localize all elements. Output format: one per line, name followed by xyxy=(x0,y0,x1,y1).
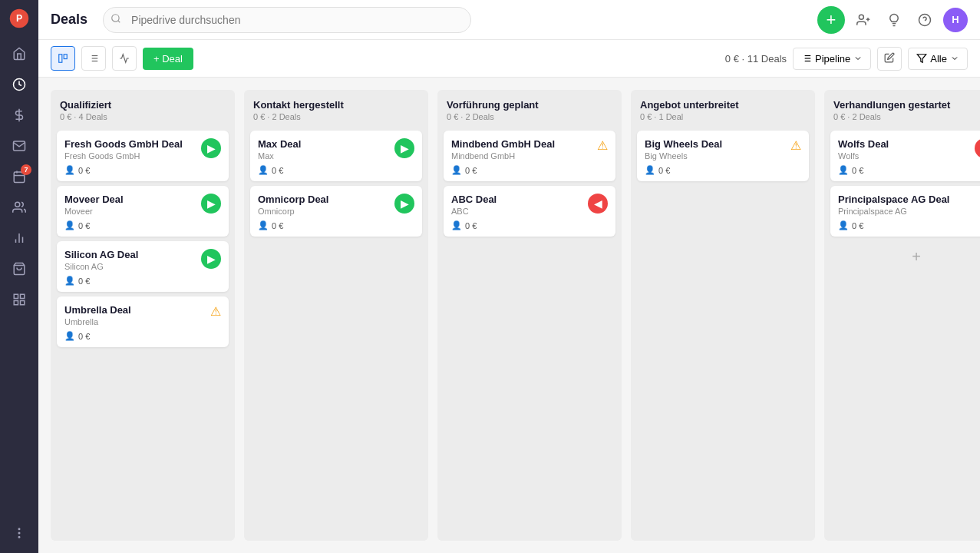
toolbar-right: 0 € · 11 Deals Pipeline Alle xyxy=(725,47,968,71)
user-avatar[interactable]: H xyxy=(943,8,968,32)
card-company: Big Wheels xyxy=(645,151,722,161)
deal-card[interactable]: Wolfs Deal Wolfs ◀ 👤 0 € xyxy=(830,131,980,181)
card-indicator-green[interactable]: ▶ xyxy=(201,249,221,269)
toolbar: + Deal 0 € · 11 Deals Pipeline Alle xyxy=(38,40,980,78)
column-cards: Wolfs Deal Wolfs ◀ 👤 0 € Principalspace … xyxy=(824,127,980,243)
warning-icon: ⚠ xyxy=(597,138,608,153)
warning-icon: ⚠ xyxy=(790,138,801,153)
deal-card[interactable]: Mindbend GmbH Deal Mindbend GmbH ⚠ 👤 0 € xyxy=(444,131,615,181)
card-indicator-green[interactable]: ▶ xyxy=(394,194,414,214)
column-qualifiziert: Qualifiziert 0 € · 4 Deals Fresh Goods G… xyxy=(51,90,235,541)
svg-text:P: P xyxy=(16,13,22,24)
deal-card[interactable]: Fresh Goods GmbH Deal Fresh Goods GmbH ▶… xyxy=(57,131,229,181)
column-cards: Big Wheels Deal Big Wheels ⚠ 👤 0 € xyxy=(631,127,815,187)
sidebar-item-contacts[interactable] xyxy=(5,194,33,221)
svg-point-17 xyxy=(18,528,20,530)
column-title: Vorführung geplant xyxy=(447,99,612,111)
sidebar-item-activity[interactable] xyxy=(5,71,33,98)
sidebar-item-home[interactable] xyxy=(5,40,33,68)
person-icon: 👤 xyxy=(258,165,269,175)
forecast-view-button[interactable] xyxy=(112,46,137,71)
sidebar-item-mail[interactable] xyxy=(5,132,33,160)
column-cards: Fresh Goods GmbH Deal Fresh Goods GmbH ▶… xyxy=(51,127,235,353)
card-company: Wolfs xyxy=(838,151,889,161)
pipeline-button[interactable]: Pipeline xyxy=(793,48,871,70)
sidebar-item-marketplace[interactable] xyxy=(5,286,33,313)
search-input[interactable] xyxy=(103,7,471,33)
edit-pipeline-button[interactable] xyxy=(877,47,902,71)
warning-icon: ⚠ xyxy=(210,304,221,319)
svg-point-18 xyxy=(18,532,20,534)
global-add-button[interactable]: + xyxy=(817,6,845,34)
bulb-button[interactable] xyxy=(882,8,906,32)
deals-summary: 0 € · 11 Deals xyxy=(725,53,787,65)
column-title: Angebot unterbreitet xyxy=(640,99,806,111)
sidebar-item-calendar[interactable]: 7 xyxy=(5,163,33,190)
sidebar-item-deals[interactable] xyxy=(5,101,33,129)
card-amount: 0 € xyxy=(78,166,90,175)
help-button[interactable] xyxy=(912,8,937,32)
deal-card[interactable]: Principalspace AG Deal Principalspace AG… xyxy=(830,186,980,237)
card-amount: 0 € xyxy=(465,221,477,230)
card-amount: 0 € xyxy=(78,221,90,230)
column-cards: Mindbend GmbH Deal Mindbend GmbH ⚠ 👤 0 €… xyxy=(437,127,622,243)
svg-marker-41 xyxy=(917,55,926,63)
deal-card[interactable]: Silicon AG Deal Silicon AG ▶ 👤 0 € xyxy=(57,241,229,292)
column-header: Kontakt hergestellt 0 € · 2 Deals xyxy=(244,90,428,127)
svg-rect-15 xyxy=(21,301,25,305)
person-icon: 👤 xyxy=(838,165,849,175)
column-meta: 0 € · 2 Deals xyxy=(253,112,419,121)
topbar-actions: + H xyxy=(817,6,968,34)
card-amount: 0 € xyxy=(852,166,863,175)
svg-rect-16 xyxy=(14,301,18,305)
list-view-button[interactable] xyxy=(81,46,106,71)
card-amount: 0 € xyxy=(272,221,283,230)
card-title: Mindbend GmbH Deal xyxy=(451,138,555,150)
svg-point-22 xyxy=(859,15,863,19)
sidebar-item-products[interactable] xyxy=(5,255,33,283)
page-title: Deals xyxy=(51,12,87,28)
card-company: Moveer xyxy=(64,207,124,216)
deal-card[interactable]: Max Deal Max ▶ 👤 0 € xyxy=(250,131,422,181)
sidebar: P 7 xyxy=(0,0,38,553)
card-indicator-green[interactable]: ▶ xyxy=(394,138,414,158)
column-meta: 0 € · 2 Deals xyxy=(833,112,980,121)
column-header: Qualifiziert 0 € · 4 Deals xyxy=(51,90,235,127)
card-amount: 0 € xyxy=(658,166,670,175)
card-amount: 0 € xyxy=(272,166,283,175)
add-user-button[interactable] xyxy=(851,8,876,32)
deal-card[interactable]: Omnicorp Deal Omnicorp ▶ 👤 0 € xyxy=(250,186,422,237)
column-meta: 0 € · 1 Deal xyxy=(640,112,806,121)
search-bar xyxy=(103,7,471,33)
search-icon xyxy=(111,13,121,27)
person-icon: 👤 xyxy=(64,220,75,230)
card-indicator-red[interactable]: ◀ xyxy=(975,138,980,158)
card-title: Moveer Deal xyxy=(64,194,124,205)
deal-card[interactable]: ABC Deal ABC ◀ 👤 0 € xyxy=(444,186,615,237)
deal-card[interactable]: Big Wheels Deal Big Wheels ⚠ 👤 0 € xyxy=(637,131,809,181)
card-indicator-green[interactable]: ▶ xyxy=(201,194,221,214)
column-cards: Max Deal Max ▶ 👤 0 € Omnicorp Deal Omnic… xyxy=(244,127,428,243)
card-indicator-green[interactable]: ▶ xyxy=(201,138,221,158)
sidebar-item-more[interactable] xyxy=(5,519,33,547)
card-title: Fresh Goods GmbH Deal xyxy=(64,138,183,150)
svg-point-8 xyxy=(15,202,20,207)
app-logo: P xyxy=(7,6,31,31)
card-title: Max Deal xyxy=(258,138,301,150)
person-icon: 👤 xyxy=(258,220,269,230)
person-icon: 👤 xyxy=(838,220,849,230)
deal-card[interactable]: Moveer Deal Moveer ▶ 👤 0 € xyxy=(57,186,229,237)
calendar-badge: 7 xyxy=(21,164,31,175)
card-indicator-red[interactable]: ◀ xyxy=(588,194,608,214)
column-angebot: Angebot unterbreitet 0 € · 1 Deal Big Wh… xyxy=(631,90,815,541)
sidebar-item-reports[interactable] xyxy=(5,224,33,252)
kanban-view-button[interactable] xyxy=(51,46,75,71)
deal-card[interactable]: Umbrella Deal Umbrella ⚠ 👤 0 € xyxy=(57,296,229,347)
filter-button[interactable]: Alle xyxy=(908,48,968,70)
add-card-button[interactable]: + xyxy=(906,246,927,267)
column-meta: 0 € · 2 Deals xyxy=(447,112,612,121)
add-deal-button[interactable]: + Deal xyxy=(143,48,193,70)
person-icon: 👤 xyxy=(64,165,75,175)
column-header: Angebot unterbreitet 0 € · 1 Deal xyxy=(631,90,815,127)
column-vorfuehrung: Vorführung geplant 0 € · 2 Deals Mindben… xyxy=(437,90,622,541)
